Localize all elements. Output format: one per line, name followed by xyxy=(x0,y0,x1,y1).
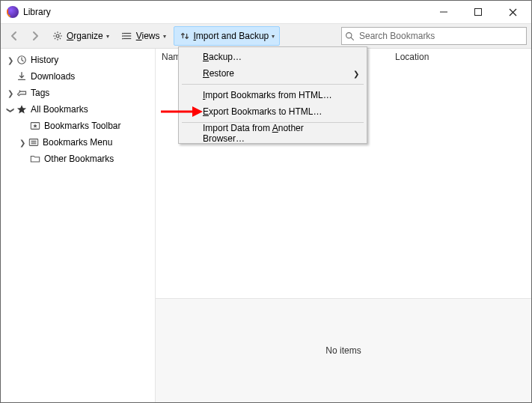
tree-item-downloads[interactable]: Downloads xyxy=(1,68,155,85)
svg-point-17 xyxy=(122,35,123,37)
organize-label: Organize xyxy=(67,31,103,41)
menu-separator xyxy=(182,84,364,85)
collapse-icon[interactable]: ❯ xyxy=(7,104,15,115)
minimize-button[interactable] xyxy=(426,1,461,23)
chevron-down-icon: ▾ xyxy=(163,33,166,40)
tree-item-all-bookmarks[interactable]: ❯ All Bookmarks xyxy=(1,101,155,118)
menu-label: Backup… xyxy=(203,52,242,62)
organize-dropdown[interactable]: Organize ▾ xyxy=(47,27,114,45)
tree-item-other-bookmarks[interactable]: Other Bookmarks xyxy=(1,151,155,167)
close-button[interactable] xyxy=(495,1,530,23)
svg-point-4 xyxy=(56,34,59,37)
menu-restore[interactable]: Restore ❯ xyxy=(180,65,365,82)
tree-label: Tags xyxy=(31,88,49,98)
menu-label: Restore xyxy=(203,68,234,79)
titlebar: Library xyxy=(1,1,531,23)
submenu-arrow-icon: ❯ xyxy=(353,70,359,78)
tree-label: Bookmarks Toolbar xyxy=(44,121,121,131)
no-items-label: No items xyxy=(325,345,361,356)
svg-line-12 xyxy=(60,33,61,34)
tag-icon xyxy=(16,87,28,99)
expand-icon[interactable]: ❯ xyxy=(5,56,16,64)
folder-icon xyxy=(29,153,41,165)
svg-point-23 xyxy=(19,91,21,92)
expand-icon[interactable]: ❯ xyxy=(17,139,28,147)
search-input[interactable] xyxy=(358,28,523,43)
svg-line-11 xyxy=(55,38,55,39)
forward-button[interactable] xyxy=(26,27,44,45)
sidebar: ❯ History Downloads ❯ Tags xyxy=(1,49,156,402)
col-location[interactable]: Location xyxy=(395,52,429,62)
gear-icon xyxy=(52,30,64,42)
svg-line-9 xyxy=(55,33,55,34)
import-backup-label: Import and Backup xyxy=(194,31,269,41)
search-box[interactable] xyxy=(341,27,527,45)
toolbar-folder-icon xyxy=(29,120,41,132)
tree-label: All Bookmarks xyxy=(31,104,88,115)
tree-label: Other Bookmarks xyxy=(44,154,114,164)
import-export-icon xyxy=(179,30,191,42)
tree-item-bookmarks-menu[interactable]: ❯ Bookmarks Menu xyxy=(1,134,155,151)
menu-backup[interactable]: Backup… xyxy=(180,49,365,65)
menu-import-other-browser[interactable]: Import Data from Another Browser… xyxy=(180,125,365,142)
detail-pane: No items xyxy=(156,298,531,402)
svg-point-16 xyxy=(122,33,123,34)
import-backup-menu: Backup… Restore ❯ Import Bookmarks from … xyxy=(178,46,367,144)
window-title: Library xyxy=(23,7,51,17)
svg-line-20 xyxy=(351,37,353,40)
tree-label: Downloads xyxy=(31,71,75,82)
menu-export-html[interactable]: Export Bookmarks to HTML… xyxy=(180,103,365,120)
clock-icon xyxy=(16,54,28,66)
download-icon xyxy=(16,70,28,82)
window-controls xyxy=(426,1,530,23)
chevron-down-icon: ▾ xyxy=(106,33,109,40)
import-backup-dropdown[interactable]: Import and Backup ▾ xyxy=(174,26,281,46)
maximize-button[interactable] xyxy=(461,1,495,23)
menu-label: Import Data from Another Browser… xyxy=(203,123,347,144)
toolbar: Organize ▾ Views ▾ Import and Backup ▾ xyxy=(1,23,531,49)
search-icon xyxy=(345,31,355,41)
views-dropdown[interactable]: Views ▾ xyxy=(117,27,171,45)
tree-item-tags[interactable]: ❯ Tags xyxy=(1,85,155,101)
menu-import-html[interactable]: Import Bookmarks from HTML… xyxy=(180,87,365,103)
firefox-icon xyxy=(7,6,19,18)
tree-item-bookmarks-toolbar[interactable]: Bookmarks Toolbar xyxy=(1,118,155,134)
svg-point-18 xyxy=(122,38,123,40)
star-icon xyxy=(16,103,28,115)
tree-item-history[interactable]: ❯ History xyxy=(1,52,155,68)
list-icon xyxy=(121,30,133,42)
views-label: Views xyxy=(136,31,160,41)
chevron-down-icon: ▾ xyxy=(272,33,275,40)
menu-folder-icon xyxy=(28,136,40,148)
svg-line-10 xyxy=(60,38,61,39)
menu-label: Import Bookmarks from HTML… xyxy=(203,90,332,100)
back-button[interactable] xyxy=(5,27,23,45)
svg-rect-1 xyxy=(475,9,482,16)
menu-label: Export Bookmarks to HTML… xyxy=(203,106,322,117)
tree-label: History xyxy=(31,55,58,65)
expand-icon[interactable]: ❯ xyxy=(5,89,16,97)
tree-label: Bookmarks Menu xyxy=(43,137,112,148)
